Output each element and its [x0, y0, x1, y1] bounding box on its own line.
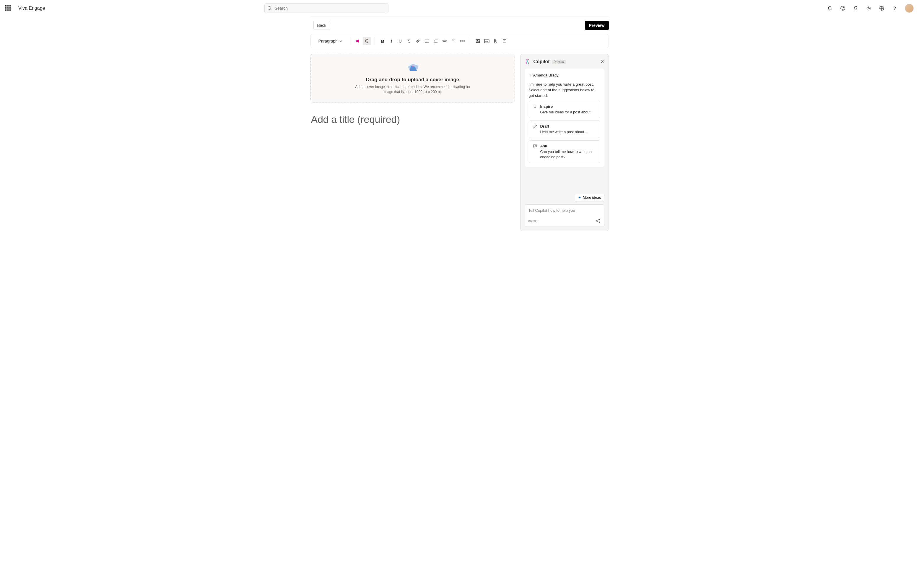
lightbulb-icon[interactable]: [853, 5, 859, 11]
cover-image-dropzone[interactable]: Drag and drop to upload a cover image Ad…: [310, 54, 515, 102]
suggestion-title: Draft: [540, 124, 587, 129]
strikethrough-icon[interactable]: S: [405, 37, 413, 45]
copilot-greeting: Hi Amanda Brady,: [529, 73, 600, 78]
svg-text:3: 3: [434, 41, 434, 43]
send-icon[interactable]: [595, 218, 601, 224]
book-icon[interactable]: [501, 37, 509, 45]
suggestion-subtitle: Can you tell me how to write an engaging…: [540, 149, 596, 160]
copilot-intro: I'm here to help you write a great post.…: [529, 82, 600, 99]
svg-point-3: [842, 8, 842, 8]
quote-icon[interactable]: ”: [449, 37, 457, 45]
more-ideas-label: More ideas: [583, 195, 601, 200]
emoji-icon[interactable]: [840, 5, 846, 11]
copilot-toggle-icon[interactable]: [363, 37, 371, 45]
numbered-list-icon[interactable]: 123: [431, 37, 440, 45]
lightbulb-icon: [533, 104, 537, 111]
suggestion-title: Ask: [540, 144, 596, 149]
sparkle-icon: ✦: [578, 195, 581, 200]
paragraph-style-label: Paragraph: [318, 39, 338, 44]
svg-point-8: [895, 10, 895, 10]
char-counter: 0/2000: [528, 220, 538, 223]
chevron-down-icon: [339, 40, 342, 42]
svg-text:?: ?: [535, 145, 536, 147]
pencil-icon: [533, 124, 537, 131]
copilot-logo-icon: [525, 58, 531, 65]
link-icon[interactable]: [414, 37, 422, 45]
svg-point-4: [843, 8, 844, 8]
bold-icon[interactable]: B: [378, 37, 387, 45]
preview-badge: Preview: [552, 60, 566, 64]
search-icon: [267, 6, 272, 12]
megaphone-icon[interactable]: [354, 37, 362, 45]
globe-icon[interactable]: [879, 5, 885, 11]
svg-text:GIF: GIF: [485, 40, 488, 42]
svg-point-6: [868, 8, 870, 9]
close-icon[interactable]: ✕: [601, 59, 604, 65]
notifications-icon[interactable]: [827, 5, 833, 11]
image-icon[interactable]: [474, 37, 482, 45]
copilot-chat-input[interactable]: [528, 208, 601, 213]
search-input[interactable]: [264, 3, 388, 13]
code-icon[interactable]: </>: [441, 37, 449, 45]
svg-point-9: [425, 40, 426, 40]
back-button[interactable]: Back: [313, 21, 330, 30]
more-format-icon[interactable]: •••: [458, 37, 467, 45]
suggestion-title: Inspire: [540, 104, 594, 110]
dropzone-subtitle: Add a cover image to attract more reader…: [350, 84, 475, 95]
suggestion-draft[interactable]: Draft Help me write a post about...: [529, 121, 600, 138]
svg-point-11: [425, 41, 426, 41]
svg-point-13: [425, 42, 426, 42]
svg-rect-12: [426, 41, 429, 41]
dropzone-title: Drag and drop to upload a cover image: [317, 77, 509, 83]
svg-line-1: [271, 9, 272, 10]
suggestion-ask[interactable]: ? Ask Can you tell me how to write an en…: [529, 140, 600, 163]
app-brand: Viva Engage: [18, 6, 45, 11]
copilot-panel: Copilot Preview ✕ Hi Amanda Brady, I'm h…: [520, 54, 609, 231]
chat-icon: ?: [533, 144, 537, 150]
svg-point-22: [477, 40, 478, 41]
suggestion-subtitle: Give me ideas for a post about...: [540, 110, 594, 115]
formatting-toolbar: Paragraph B I U S 123 </> ” ••• G: [310, 34, 609, 48]
help-icon[interactable]: [892, 5, 898, 11]
svg-rect-25: [503, 39, 506, 43]
bullet-list-icon[interactable]: [423, 37, 431, 45]
more-ideas-button[interactable]: ✦ More ideas: [575, 194, 604, 202]
svg-rect-14: [426, 42, 429, 42]
underline-icon[interactable]: U: [396, 37, 404, 45]
copilot-title: Copilot: [533, 59, 550, 65]
suggestion-subtitle: Help me write a post about...: [540, 129, 587, 135]
italic-icon[interactable]: I: [387, 37, 396, 45]
paragraph-style-select[interactable]: Paragraph: [317, 39, 344, 44]
user-avatar[interactable]: [905, 4, 914, 13]
svg-point-2: [841, 6, 845, 10]
preview-button[interactable]: Preview: [585, 21, 609, 30]
app-launcher-icon[interactable]: [5, 5, 11, 11]
gif-icon[interactable]: GIF: [483, 37, 491, 45]
post-title-input[interactable]: [310, 102, 515, 128]
upload-illustration-icon: [404, 61, 422, 74]
attachment-icon[interactable]: [491, 37, 500, 45]
suggestion-inspire[interactable]: Inspire Give me ideas for a post about..…: [529, 101, 600, 118]
svg-rect-20: [435, 42, 438, 42]
svg-rect-18: [435, 41, 438, 41]
settings-icon[interactable]: [866, 5, 872, 11]
svg-point-0: [268, 6, 271, 10]
